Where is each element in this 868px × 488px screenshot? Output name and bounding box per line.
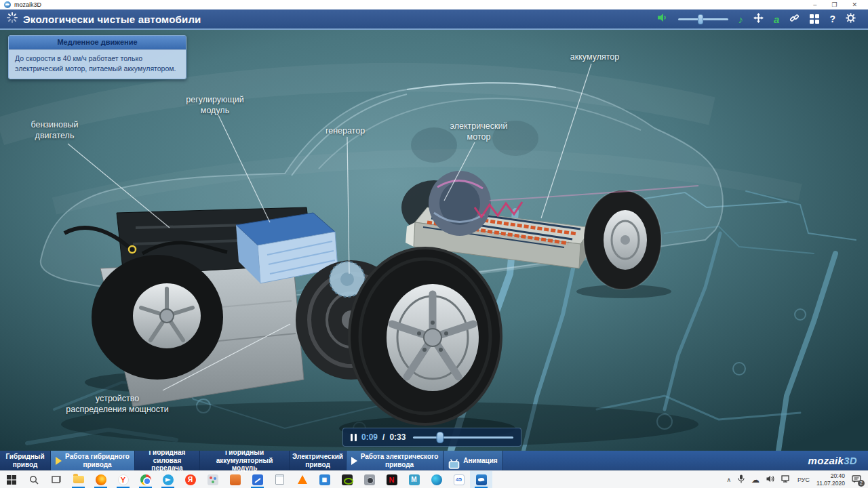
move-tool-icon[interactable] (753, 13, 764, 26)
pause-button[interactable] (351, 434, 357, 441)
taskbar-firefox[interactable] (90, 471, 112, 488)
tv-icon (448, 451, 460, 470)
animation-player: 0:09 / 0:33 (342, 428, 521, 447)
tray-chevron-icon[interactable]: ∧ (726, 476, 731, 483)
taskbar-mail-app[interactable]: M (403, 471, 425, 488)
windows-taskbar: Y Я ▦ N M 45 ∧ ☁ РУС (0, 470, 868, 488)
spinner-icon (7, 12, 18, 26)
taskbar-edge[interactable] (425, 471, 448, 488)
taskbar-notepad[interactable] (269, 471, 291, 488)
network-icon[interactable] (781, 475, 791, 484)
restore-button[interactable]: ❐ (831, 0, 837, 9)
label-battery: аккумулятор (547, 52, 642, 62)
taskbar-yandex-app[interactable]: Я (179, 471, 201, 488)
info-panel-body: До скорости в 40 км/ч работает только эл… (9, 49, 186, 79)
chapter-tabbar: Гибридный привод Работа гибридного приво… (0, 451, 868, 470)
player-progress-thumb[interactable] (437, 432, 444, 443)
label-generator: генератор (304, 125, 386, 136)
system-tray: ∧ ☁ РУС 20:40 11.07.2020 2 (724, 471, 868, 488)
notification-badge: 2 (858, 480, 865, 487)
info-panel: Медленное движение До скорости в 40 км/ч… (8, 35, 186, 79)
mozaik3d-window: mozaik3D – ❐ ✕ Экологически чистые автом… (0, 0, 868, 488)
taskbar-camera[interactable] (358, 471, 380, 488)
tab-hybrid-drive-operation[interactable]: Работа гибридного привода (51, 451, 135, 470)
language-indicator[interactable]: РУС (797, 476, 810, 483)
wheel-front-left (92, 255, 223, 380)
taskbar-editor-app[interactable] (246, 471, 269, 488)
os-titlebar: mozaik3D – ❐ ✕ (0, 0, 868, 9)
taskbar-yandex-browser[interactable]: Y (112, 471, 134, 488)
mozaik3d-logo: mozaik3D (808, 455, 857, 466)
player-progress-track[interactable] (413, 436, 513, 439)
settings-gear-icon[interactable] (846, 13, 856, 26)
tabbar-filler: mozaik3D (503, 451, 868, 470)
tab-electric-drive-operation[interactable]: Работа электрического привода (347, 451, 443, 470)
mute-icon[interactable] (657, 13, 668, 25)
taskbar-vlc[interactable] (291, 471, 313, 488)
info-panel-title: Медленное движение (9, 36, 186, 49)
tab-hybrid-powertrain[interactable]: Гибридная силовая передача (135, 451, 200, 470)
taskbar-paint-app[interactable] (201, 471, 224, 488)
search-icon[interactable] (22, 471, 45, 488)
window-title: mozaik3D (14, 1, 41, 8)
taskbar-nvidia[interactable] (336, 471, 358, 488)
play-icon-white (351, 457, 357, 465)
3d-scene-render (0, 30, 868, 451)
tab-animation[interactable]: Анимация (443, 451, 503, 470)
taskbar-telegram[interactable] (157, 471, 179, 488)
help-icon[interactable]: ? (829, 14, 835, 24)
taskbar-file-explorer[interactable] (67, 471, 90, 488)
music-toggle-icon[interactable]: ♪ (738, 14, 744, 24)
wheel-rear-right (584, 190, 661, 289)
start-button[interactable] (0, 471, 22, 488)
tab-electric-drive[interactable]: Электрический привод (290, 451, 347, 470)
label-regulating-module: регулирующий модуль (171, 94, 259, 117)
label-electric-motor: электрический мотор (438, 121, 519, 143)
tab-hybrid-drive[interactable]: Гибридный привод (0, 451, 51, 470)
onedrive-cloud-icon[interactable]: ☁ (751, 475, 760, 485)
player-time-separator: / (382, 432, 384, 442)
volume-slider-thumb[interactable] (698, 14, 703, 24)
player-current-time: 0:09 (361, 432, 378, 442)
notification-center-icon[interactable]: 2 (852, 475, 861, 485)
3d-viewport[interactable]: Медленное движение До скорости в 40 км/ч… (0, 30, 868, 451)
clock-time: 20:40 (816, 472, 845, 479)
wheel-front-right (349, 248, 501, 424)
clock-date: 11.07.2020 (816, 480, 845, 487)
player-total-time: 0:33 (389, 432, 406, 442)
label-gasoline-engine: бензиновый двигатель (12, 119, 97, 142)
page-title: Экологически чистые автомобили (23, 14, 201, 25)
clock[interactable]: 20:40 11.07.2020 (816, 472, 845, 486)
apps-grid-icon[interactable] (810, 14, 819, 24)
app-header: Экологически чистые автомобили ♪ a ? (0, 9, 868, 30)
microphone-icon[interactable] (738, 474, 745, 485)
task-view-button[interactable] (45, 471, 67, 488)
label-power-split: устройство распределения мощности (29, 393, 205, 415)
taskbar-chrome[interactable] (134, 471, 157, 488)
tray-speaker-icon[interactable] (766, 475, 774, 484)
taskbar-netflix[interactable]: N (380, 471, 403, 488)
taskbar-office-app[interactable]: 45 (448, 471, 470, 488)
close-button[interactable]: ✕ (852, 0, 857, 9)
volume-slider[interactable] (678, 18, 728, 20)
tab-hybrid-battery-module[interactable]: Гибридный аккумуляторный модуль (200, 451, 290, 470)
play-icon-yellow (56, 457, 62, 465)
taskbar-mozaik3d[interactable] (470, 471, 492, 488)
minimize-button[interactable]: – (813, 0, 816, 9)
annotation-tool-icon[interactable]: a (774, 14, 779, 24)
mozaik3d-app-icon (4, 1, 11, 8)
taskbar-calculator[interactable]: ▦ (313, 471, 336, 488)
header-toolbar: ♪ a ? (657, 13, 861, 26)
taskbar-orange-app[interactable] (224, 471, 246, 488)
link-icon[interactable] (789, 13, 800, 26)
